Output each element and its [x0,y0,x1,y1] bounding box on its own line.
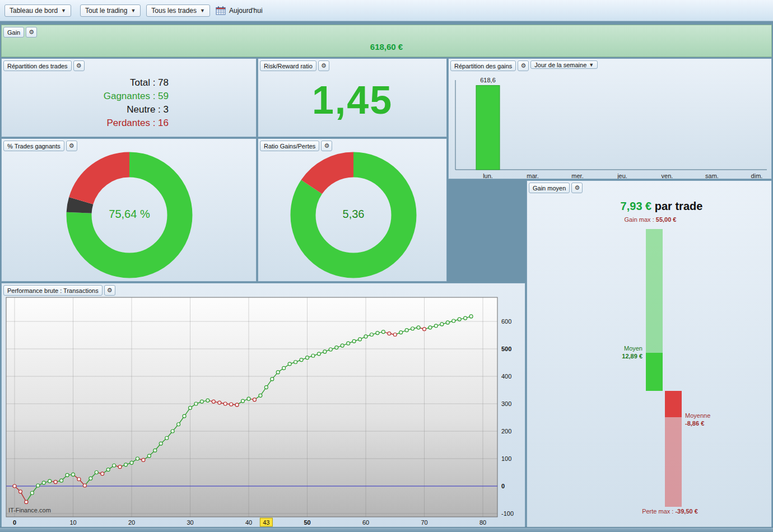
date-range-control[interactable]: Aujourd'hui [216,6,263,15]
svg-text:ven.: ven. [662,172,673,179]
trading-scope-select[interactable]: Tout le trading ▼ [80,4,141,17]
gains-by-day-title: Répartition des gains [450,60,516,71]
gain-moyen-panel: Gain moyen ⚙ 7,93 € par trade Gain max :… [527,180,772,532]
chevron-down-icon: ▼ [61,8,66,13]
trades-breakdown-title: Répartition des trades [3,60,72,71]
gain-panel: Gain ⚙ 618,60 € [1,25,772,57]
trades-breakdown-settings-button[interactable]: ⚙ [73,60,85,71]
svg-text:50: 50 [304,519,310,526]
wrench-icon: ⚙ [520,62,526,69]
svg-text:-100: -100 [501,510,514,517]
svg-text:40: 40 [245,519,252,526]
svg-text:lun.: lun. [483,172,493,179]
svg-text:70: 70 [421,519,427,526]
gain-moyen-chart [527,181,771,531]
svg-text:20: 20 [128,519,135,526]
stat-neutral: Neutre : 3 [7,103,169,116]
risk-reward-settings-button[interactable]: ⚙ [318,60,329,71]
ratio-gains-pertes-title: Ratio Gains/Pertes [260,141,319,151]
trading-dashboard: Tableau de bord ▼ Tout le trading ▼ Tous… [0,0,773,532]
svg-text:0: 0 [501,483,505,489]
gain-value: 618,60 € [2,42,771,52]
svg-text:0: 0 [13,519,16,526]
ratio-value: 5,36 [289,208,418,221]
waterfall-bar [665,417,682,507]
pct-winning-panel: % Trades gagnants ⚙ 75,64 % [1,138,257,282]
svg-text:300: 300 [501,400,511,407]
chevron-down-icon: ▼ [131,8,136,13]
svg-text:60: 60 [362,519,369,526]
svg-text:500: 500 [501,346,511,352]
risk-reward-title: Risk/Reward ratio [260,60,316,71]
ratio-gains-pertes-panel: Ratio Gains/Pertes ⚙ 5,36 [258,138,447,282]
waterfall-bar [665,391,682,417]
wrench-icon: ⚙ [321,62,327,69]
pct-winning-value: 75,64 % [65,208,194,221]
stat-losers: Perdantes : 16 [7,116,169,130]
chevron-down-icon: ▼ [589,62,594,68]
dashboard-select-label: Tableau de bord [10,7,58,15]
svg-text:IT-Finance.com: IT-Finance.com [8,507,51,514]
trading-scope-label: Tout le trading [85,7,127,15]
pct-winning-title: % Trades gagnants [3,141,64,151]
moyen-label: Moyen12,89 € [589,344,642,360]
wrench-icon: ⚙ [324,142,329,149]
gains-by-day-chart: lun.618,6mar.mer.jeu.ven.sam.dim. [449,59,771,179]
trades-filter-label: Tous les trades [151,7,197,15]
risk-reward-value: 1,45 [258,79,446,122]
chevron-down-icon: ▼ [200,8,205,13]
wrench-icon: ⚙ [76,62,82,69]
svg-text:200: 200 [501,428,511,435]
trades-breakdown-panel: Répartition des trades ⚙ Total : 78 Gagn… [1,58,257,137]
performance-settings-button[interactable]: ⚙ [104,285,115,296]
today-label: Aujourd'hui [229,7,263,15]
ratio-settings-button[interactable]: ⚙ [321,141,332,151]
next-panel-cutoff [0,527,773,532]
svg-text:mar.: mar. [527,172,538,179]
svg-text:100: 100 [501,455,511,462]
performance-panel: Performance brute : Transactions ⚙ 01020… [1,283,525,532]
svg-text:jeu.: jeu. [617,172,627,179]
svg-text:43: 43 [263,519,269,526]
day-of-week-filter[interactable]: Jour de la semaine ▼ [530,60,598,69]
moyenne-label: Moyenne-8,86 € [685,412,747,427]
gain-moyen-settings-button[interactable]: ⚙ [571,183,583,193]
svg-text:10: 10 [69,519,76,526]
trades-breakdown-stats: Total : 78 Gagnantes : 59 Neutre : 3 Per… [7,76,169,130]
pct-winning-settings-button[interactable]: ⚙ [66,141,77,151]
trades-filter-select[interactable]: Tous les trades ▼ [146,4,210,17]
svg-text:sam.: sam. [705,172,719,179]
wrench-icon: ⚙ [69,142,74,149]
gain-moyen-title: Gain moyen [529,183,570,193]
perte-max-label: Perte max : -39,50 € [606,507,734,515]
performance-title: Performance brute : Transactions [3,285,103,296]
toolbar: Tableau de bord ▼ Tout le trading ▼ Tous… [0,0,773,21]
waterfall-bar [646,229,663,353]
gains-by-day-panel: Répartition des gains ⚙ Jour de la semai… [448,58,772,179]
risk-reward-panel: Risk/Reward ratio ⚙ 1,45 [258,58,447,137]
wrench-icon: ⚙ [574,184,580,191]
gain-panel-title: Gain [3,27,24,38]
waterfall-bar [646,353,663,391]
day-of-week-filter-label: Jour de la semaine [534,62,586,68]
calendar-icon [216,6,226,15]
svg-text:618,6: 618,6 [480,77,496,83]
svg-text:600: 600 [501,318,511,325]
stat-total: Total : 78 [7,76,169,90]
stat-winners: Gagnantes : 59 [7,90,169,103]
svg-text:mer.: mer. [571,172,583,179]
svg-text:dim.: dim. [751,172,763,179]
performance-chart: 01020304050607080436005004003002001000-1… [2,283,525,531]
svg-text:400: 400 [501,373,511,380]
gains-by-day-settings-button[interactable]: ⚙ [518,60,529,71]
gain-max-label: Gain max : 55,00 € [592,216,709,223]
wrench-icon: ⚙ [107,287,113,293]
wrench-icon: ⚙ [29,29,34,35]
dashboard-select[interactable]: Tableau de bord ▼ [4,4,71,17]
svg-text:30: 30 [187,519,193,526]
svg-text:80: 80 [479,519,486,526]
gain-settings-button[interactable]: ⚙ [26,27,37,38]
